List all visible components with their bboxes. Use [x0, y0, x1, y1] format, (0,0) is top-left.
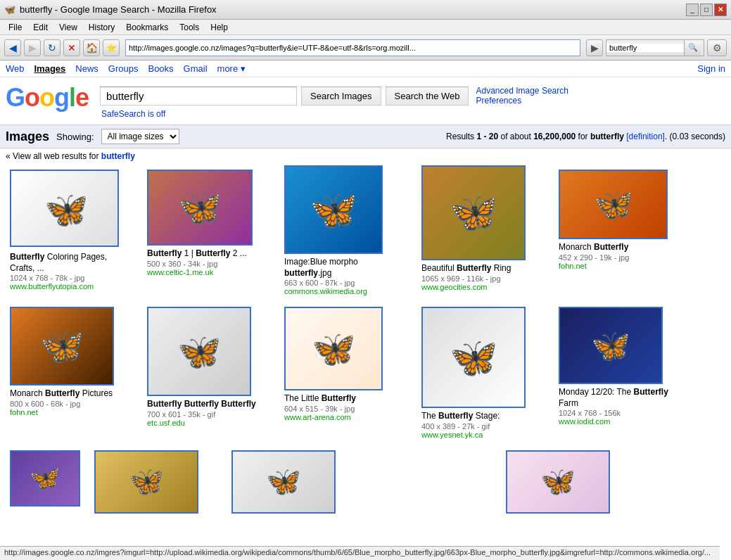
bookmark-button[interactable]: ⭐ — [103, 39, 120, 56]
menu-file[interactable]: File — [3, 21, 27, 34]
top-nav-links: Web Images News Groups Books Gmail more … — [6, 63, 246, 74]
image-source-8[interactable]: www.art-arena.com — [284, 413, 407, 421]
browser-menubar: File Edit View History Bookmarks Tools H… — [0, 20, 731, 35]
image-cell-10[interactable]: 🦋 Monday 12/20: The Butterfly Farm 1024 … — [552, 303, 689, 443]
image-thumb-14[interactable]: 🦋 — [506, 450, 610, 514]
advanced-search-link[interactable]: Advanced Image Search — [476, 86, 568, 96]
forward-button[interactable]: ▶ — [24, 39, 41, 56]
safesearch-link[interactable]: SafeSearch is off — [101, 109, 165, 119]
menu-help[interactable]: Help — [205, 21, 234, 34]
page-wrapper: Web Images News Groups Books Gmail more … — [0, 61, 731, 521]
image-source-9[interactable]: www.yesnet.yk.ca — [421, 431, 545, 439]
image-thumb-11[interactable]: 🦋 — [10, 450, 80, 507]
nav-news[interactable]: News — [75, 63, 98, 74]
nav-books[interactable]: Books — [148, 63, 173, 74]
minimize-button[interactable]: _ — [686, 4, 699, 16]
image-thumb-13[interactable]: 🦋 — [231, 450, 336, 514]
menu-view[interactable]: View — [53, 21, 83, 34]
images-grid-row2: 🦋 Monarch Butterfly Pictures 800 x 600 -… — [0, 300, 731, 443]
address-input[interactable] — [129, 44, 577, 52]
menu-tools[interactable]: Tools — [174, 21, 205, 34]
image-cell-9[interactable]: 🦋 The Butterfly Stage: 400 x 389 - 27k -… — [414, 303, 552, 443]
nav-gmail[interactable]: Gmail — [184, 63, 208, 74]
image-cell-skip — [362, 446, 499, 521]
nav-groups[interactable]: Groups — [108, 63, 139, 74]
image-cell-13[interactable]: 🦋 — [224, 446, 362, 521]
view-all-link[interactable]: butterfly — [101, 151, 135, 161]
image-source-3[interactable]: commons.wikimedia.org — [284, 287, 407, 295]
image-meta-8: 604 x 515 - 39k - jpg — [284, 405, 407, 413]
image-title-4: Beautiful Butterfly Ring — [421, 263, 545, 274]
maximize-button[interactable]: □ — [700, 4, 713, 16]
image-source-5[interactable]: fohn.net — [559, 262, 682, 270]
sign-in-link[interactable]: Sign in — [697, 63, 725, 74]
image-title-10: Monday 12/20: The Butterfly Farm — [559, 387, 682, 409]
image-meta-2: 500 x 360 - 34k - jpg — [147, 260, 270, 268]
image-source-7[interactable]: etc.usf.edu — [147, 419, 270, 427]
image-meta-3: 663 x 600 - 87k - jpg — [284, 279, 407, 287]
address-bar[interactable] — [125, 39, 580, 56]
image-thumb-10[interactable]: 🦋 — [559, 307, 663, 384]
extensions-icon[interactable]: ⚙ — [707, 39, 727, 56]
menu-history[interactable]: History — [83, 21, 120, 34]
reload-button[interactable]: ↻ — [44, 39, 61, 56]
image-source-4[interactable]: www.geocities.com — [421, 283, 545, 291]
browser-search-input[interactable] — [606, 44, 684, 52]
window-controls: _ □ ✕ — [686, 4, 727, 16]
image-thumb-12[interactable]: 🦋 — [94, 450, 198, 514]
browser-search-go[interactable]: 🔍 — [684, 40, 701, 56]
image-cell-4[interactable]: 🦋 Beautiful Butterfly Ring 1065 x 969 - … — [414, 165, 552, 300]
image-cell-12[interactable]: 🦋 — [87, 446, 224, 521]
image-thumb-5[interactable]: 🦋 — [559, 170, 668, 239]
image-cell-1[interactable]: 🦋 Butterfly Coloring Pages, Crafts, ... … — [3, 165, 140, 300]
go-button[interactable]: ▶ — [586, 39, 603, 56]
image-thumb-6[interactable]: 🦋 — [10, 307, 114, 386]
search-images-button[interactable]: Search Images — [301, 87, 381, 106]
results-count: Results 1 - 20 of about 16,200,000 for b… — [446, 132, 725, 141]
image-cell-7[interactable]: 🦋 Butterfly Butterfly Butterfly 700 x 60… — [140, 303, 277, 443]
images-bar: Images Showing: All image sizes Large Me… — [0, 125, 731, 148]
image-meta-4: 1065 x 969 - 116k - jpg — [421, 274, 545, 283]
search-input-main[interactable] — [100, 87, 297, 106]
browser-favicon: 🦋 — [4, 4, 15, 15]
menu-bookmarks[interactable]: Bookmarks — [120, 21, 174, 34]
image-cell-5[interactable]: 🦋 Monarch Butterfly 452 x 290 - 19k - jp… — [552, 165, 689, 300]
definition-link[interactable]: [definition] — [626, 132, 665, 141]
preferences-link[interactable]: Preferences — [476, 96, 568, 106]
image-thumb-7[interactable]: 🦋 — [147, 307, 251, 396]
menu-edit[interactable]: Edit — [27, 21, 53, 34]
image-cell-11[interactable]: 🦋 — [3, 446, 87, 521]
image-title-5: Monarch Butterfly — [559, 242, 682, 253]
image-cell-8[interactable]: 🦋 The Little Butterfly 604 x 515 - 39k -… — [277, 303, 414, 443]
image-thumb-8[interactable]: 🦋 — [284, 307, 383, 390]
image-cell-3[interactable]: 🦋 Image:Blue morpho butterfly.jpg 663 x … — [277, 165, 414, 300]
image-source-10[interactable]: www.iodid.com — [559, 417, 682, 426]
safesearch-row: SafeSearch is off — [100, 108, 568, 119]
close-button[interactable]: ✕ — [714, 4, 727, 16]
image-thumb-4[interactable]: 🦋 — [421, 165, 526, 260]
size-select[interactable]: All image sizes Large Medium Small — [101, 129, 179, 144]
image-thumb-2[interactable]: 🦋 — [147, 170, 253, 246]
image-cell-6[interactable]: 🦋 Monarch Butterfly Pictures 800 x 600 -… — [3, 303, 140, 443]
nav-more[interactable]: more ▾ — [217, 63, 246, 74]
image-title-8: The Little Butterfly — [284, 393, 407, 405]
image-source-2[interactable]: www.celtic-1.me.uk — [147, 268, 270, 276]
image-thumb-9[interactable]: 🦋 — [421, 307, 526, 408]
home-button[interactable]: 🏠 — [83, 39, 100, 56]
search-section: Google Search Images Search the Web Adva… — [0, 77, 731, 125]
browser-title: butterfly - Google Image Search - Mozill… — [20, 4, 217, 15]
image-thumb-1[interactable]: 🦋 — [10, 170, 119, 247]
image-source-6[interactable]: fohn.net — [10, 408, 133, 416]
browser-search-box[interactable]: 🔍 — [606, 39, 704, 56]
back-button[interactable]: ◀ — [4, 39, 21, 56]
nav-images[interactable]: Images — [34, 63, 66, 74]
nav-web[interactable]: Web — [6, 63, 25, 74]
search-web-button[interactable]: Search the Web — [386, 87, 469, 106]
image-cell-14[interactable]: 🦋 — [499, 446, 636, 521]
images-grid-row3: 🦋 🦋 🦋 🦋 — [0, 443, 731, 521]
stop-button[interactable]: ✕ — [63, 39, 80, 56]
image-cell-2[interactable]: 🦋 Butterfly 1 | Butterfly 2 ... 500 x 36… — [140, 165, 277, 300]
image-thumb-3[interactable]: 🦋 — [284, 165, 383, 254]
image-source-1[interactable]: www.butterflyutopia.com — [10, 282, 133, 291]
image-meta-9: 400 x 389 - 27k - gif — [421, 422, 545, 431]
